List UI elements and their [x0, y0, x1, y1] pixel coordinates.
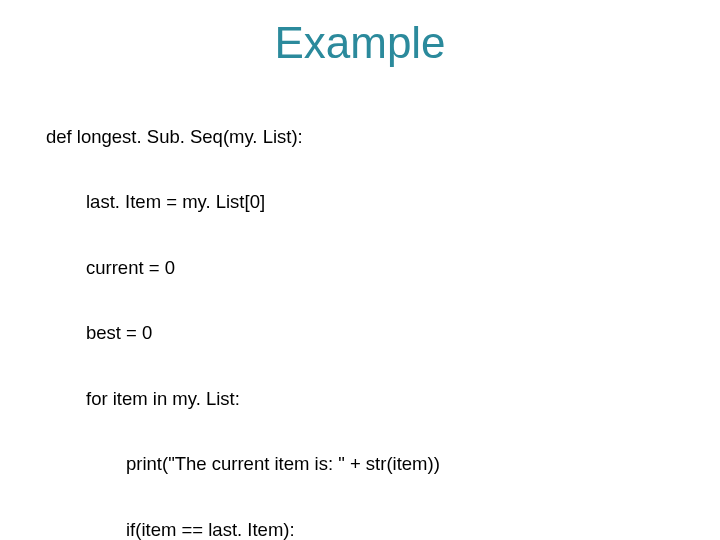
code-line: current = 0 [46, 257, 674, 279]
code-line: if(item == last. Item): [46, 519, 674, 540]
slide-title: Example [46, 18, 674, 68]
code-line: best = 0 [46, 322, 674, 344]
slide: Example def longest. Sub. Seq(my. List):… [0, 0, 720, 540]
code-line: print("The current item is: " + str(item… [46, 453, 674, 475]
code-block: def longest. Sub. Seq(my. List): last. I… [46, 82, 674, 540]
code-line: last. Item = my. List[0] [46, 191, 674, 213]
code-line: def longest. Sub. Seq(my. List): [46, 126, 674, 148]
code-line: for item in my. List: [46, 388, 674, 410]
